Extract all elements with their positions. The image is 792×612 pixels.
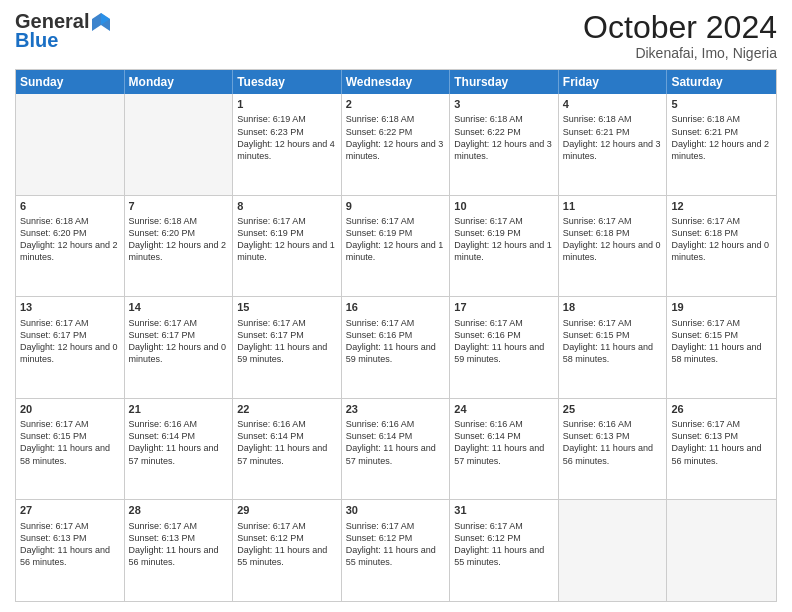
day-info: Sunrise: 6:17 AMSunset: 6:16 PMDaylight:… [346,317,446,366]
day-cell-14: 14Sunrise: 6:17 AMSunset: 6:17 PMDayligh… [125,297,234,398]
day-number: 7 [129,199,229,213]
empty-cell [667,500,776,601]
day-cell-22: 22Sunrise: 6:16 AMSunset: 6:14 PMDayligh… [233,399,342,500]
day-number: 8 [237,199,337,213]
day-cell-9: 9Sunrise: 6:17 AMSunset: 6:19 PMDaylight… [342,196,451,297]
day-header-monday: Monday [125,70,234,94]
location: Dikenafai, Imo, Nigeria [583,45,777,61]
day-number: 4 [563,97,663,111]
day-number: 14 [129,300,229,314]
day-number: 22 [237,402,337,416]
day-info: Sunrise: 6:16 AMSunset: 6:14 PMDaylight:… [129,418,229,467]
day-info: Sunrise: 6:17 AMSunset: 6:15 PMDaylight:… [20,418,120,467]
day-cell-7: 7Sunrise: 6:18 AMSunset: 6:20 PMDaylight… [125,196,234,297]
day-number: 9 [346,199,446,213]
day-cell-5: 5Sunrise: 6:18 AMSunset: 6:21 PMDaylight… [667,94,776,195]
calendar-header: SundayMondayTuesdayWednesdayThursdayFrid… [16,70,776,94]
day-cell-31: 31Sunrise: 6:17 AMSunset: 6:12 PMDayligh… [450,500,559,601]
day-info: Sunrise: 6:17 AMSunset: 6:12 PMDaylight:… [237,520,337,569]
logo: General Blue [15,10,113,52]
day-info: Sunrise: 6:16 AMSunset: 6:13 PMDaylight:… [563,418,663,467]
calendar-body: 1Sunrise: 6:19 AMSunset: 6:23 PMDaylight… [16,94,776,601]
day-header-sunday: Sunday [16,70,125,94]
day-cell-19: 19Sunrise: 6:17 AMSunset: 6:15 PMDayligh… [667,297,776,398]
day-info: Sunrise: 6:17 AMSunset: 6:12 PMDaylight:… [454,520,554,569]
day-cell-23: 23Sunrise: 6:16 AMSunset: 6:14 PMDayligh… [342,399,451,500]
day-info: Sunrise: 6:17 AMSunset: 6:18 PMDaylight:… [671,215,772,264]
day-info: Sunrise: 6:17 AMSunset: 6:16 PMDaylight:… [454,317,554,366]
day-header-saturday: Saturday [667,70,776,94]
day-cell-11: 11Sunrise: 6:17 AMSunset: 6:18 PMDayligh… [559,196,668,297]
day-cell-17: 17Sunrise: 6:17 AMSunset: 6:16 PMDayligh… [450,297,559,398]
day-header-friday: Friday [559,70,668,94]
day-info: Sunrise: 6:18 AMSunset: 6:20 PMDaylight:… [129,215,229,264]
day-info: Sunrise: 6:17 AMSunset: 6:15 PMDaylight:… [671,317,772,366]
day-info: Sunrise: 6:18 AMSunset: 6:21 PMDaylight:… [563,113,663,162]
empty-cell [559,500,668,601]
day-cell-8: 8Sunrise: 6:17 AMSunset: 6:19 PMDaylight… [233,196,342,297]
day-cell-29: 29Sunrise: 6:17 AMSunset: 6:12 PMDayligh… [233,500,342,601]
day-cell-15: 15Sunrise: 6:17 AMSunset: 6:17 PMDayligh… [233,297,342,398]
day-header-thursday: Thursday [450,70,559,94]
day-number: 18 [563,300,663,314]
day-number: 25 [563,402,663,416]
empty-cell [125,94,234,195]
day-cell-26: 26Sunrise: 6:17 AMSunset: 6:13 PMDayligh… [667,399,776,500]
day-number: 10 [454,199,554,213]
day-number: 27 [20,503,120,517]
logo-blue-text: Blue [15,29,58,52]
day-cell-1: 1Sunrise: 6:19 AMSunset: 6:23 PMDaylight… [233,94,342,195]
day-number: 1 [237,97,337,111]
day-cell-18: 18Sunrise: 6:17 AMSunset: 6:15 PMDayligh… [559,297,668,398]
month-title: October 2024 [583,10,777,45]
day-info: Sunrise: 6:18 AMSunset: 6:21 PMDaylight:… [671,113,772,162]
day-number: 23 [346,402,446,416]
calendar-row-3: 13Sunrise: 6:17 AMSunset: 6:17 PMDayligh… [16,296,776,398]
title-block: October 2024 Dikenafai, Imo, Nigeria [583,10,777,61]
day-cell-4: 4Sunrise: 6:18 AMSunset: 6:21 PMDaylight… [559,94,668,195]
day-cell-21: 21Sunrise: 6:16 AMSunset: 6:14 PMDayligh… [125,399,234,500]
day-number: 2 [346,97,446,111]
day-info: Sunrise: 6:17 AMSunset: 6:17 PMDaylight:… [237,317,337,366]
day-number: 16 [346,300,446,314]
day-info: Sunrise: 6:18 AMSunset: 6:22 PMDaylight:… [346,113,446,162]
day-info: Sunrise: 6:16 AMSunset: 6:14 PMDaylight:… [454,418,554,467]
day-info: Sunrise: 6:17 AMSunset: 6:19 PMDaylight:… [454,215,554,264]
day-info: Sunrise: 6:19 AMSunset: 6:23 PMDaylight:… [237,113,337,162]
day-number: 19 [671,300,772,314]
day-info: Sunrise: 6:17 AMSunset: 6:13 PMDaylight:… [129,520,229,569]
day-number: 3 [454,97,554,111]
day-number: 29 [237,503,337,517]
day-number: 6 [20,199,120,213]
day-number: 26 [671,402,772,416]
day-cell-3: 3Sunrise: 6:18 AMSunset: 6:22 PMDaylight… [450,94,559,195]
day-number: 24 [454,402,554,416]
day-info: Sunrise: 6:17 AMSunset: 6:12 PMDaylight:… [346,520,446,569]
day-cell-6: 6Sunrise: 6:18 AMSunset: 6:20 PMDaylight… [16,196,125,297]
day-cell-30: 30Sunrise: 6:17 AMSunset: 6:12 PMDayligh… [342,500,451,601]
day-cell-20: 20Sunrise: 6:17 AMSunset: 6:15 PMDayligh… [16,399,125,500]
day-cell-12: 12Sunrise: 6:17 AMSunset: 6:18 PMDayligh… [667,196,776,297]
empty-cell [16,94,125,195]
day-info: Sunrise: 6:17 AMSunset: 6:17 PMDaylight:… [20,317,120,366]
day-info: Sunrise: 6:17 AMSunset: 6:18 PMDaylight:… [563,215,663,264]
day-info: Sunrise: 6:17 AMSunset: 6:13 PMDaylight:… [671,418,772,467]
day-info: Sunrise: 6:17 AMSunset: 6:17 PMDaylight:… [129,317,229,366]
day-header-tuesday: Tuesday [233,70,342,94]
calendar-row-4: 20Sunrise: 6:17 AMSunset: 6:15 PMDayligh… [16,398,776,500]
day-info: Sunrise: 6:16 AMSunset: 6:14 PMDaylight:… [346,418,446,467]
day-number: 12 [671,199,772,213]
calendar-row-2: 6Sunrise: 6:18 AMSunset: 6:20 PMDaylight… [16,195,776,297]
day-number: 20 [20,402,120,416]
day-number: 28 [129,503,229,517]
day-info: Sunrise: 6:17 AMSunset: 6:19 PMDaylight:… [346,215,446,264]
day-info: Sunrise: 6:17 AMSunset: 6:15 PMDaylight:… [563,317,663,366]
day-cell-16: 16Sunrise: 6:17 AMSunset: 6:16 PMDayligh… [342,297,451,398]
day-cell-25: 25Sunrise: 6:16 AMSunset: 6:13 PMDayligh… [559,399,668,500]
day-header-wednesday: Wednesday [342,70,451,94]
day-number: 11 [563,199,663,213]
day-number: 30 [346,503,446,517]
day-cell-27: 27Sunrise: 6:17 AMSunset: 6:13 PMDayligh… [16,500,125,601]
day-number: 31 [454,503,554,517]
day-number: 15 [237,300,337,314]
